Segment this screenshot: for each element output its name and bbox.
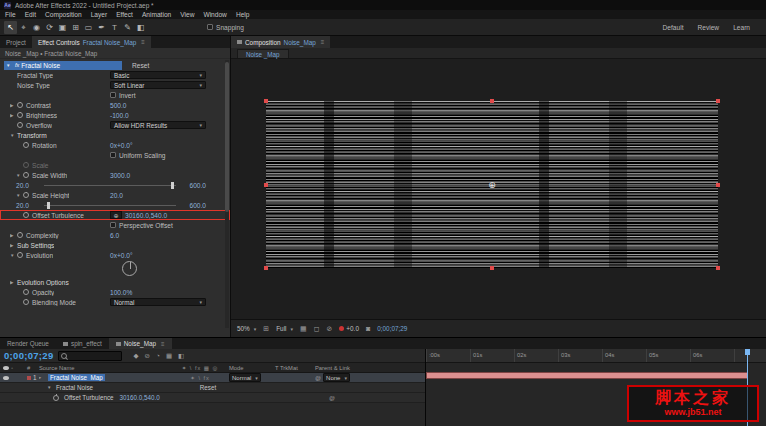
- region-of-interest-icon[interactable]: ◻: [314, 325, 320, 333]
- selection-handle[interactable]: [716, 183, 720, 187]
- property-value[interactable]: 3000.0: [110, 172, 130, 179]
- stopwatch-icon[interactable]: [23, 212, 29, 218]
- stopwatch-icon[interactable]: [23, 299, 29, 305]
- selection-handle[interactable]: [490, 99, 494, 103]
- menu-item-effect[interactable]: Effect: [116, 11, 133, 18]
- panel-menu-icon[interactable]: ≡: [161, 341, 165, 347]
- selection-handle[interactable]: [716, 99, 720, 103]
- pickwhip-icon[interactable]: @: [315, 375, 321, 381]
- viewer-tab-noise-map[interactable]: Noise _Map: [237, 49, 289, 58]
- hand-tool-icon[interactable]: ⌖: [17, 21, 30, 34]
- ec-row-noise-type[interactable]: Noise TypeSoft Linear▾: [0, 80, 230, 90]
- menu-item-composition[interactable]: Composition: [45, 11, 82, 18]
- twirl-down-icon[interactable]: ▼: [47, 385, 54, 390]
- rotate-tool-icon[interactable]: ⟳: [43, 21, 56, 34]
- twirl-icon[interactable]: ▸: [39, 375, 46, 380]
- ec-row-scale-width[interactable]: ▼Scale Width3000.0: [0, 170, 230, 180]
- stopwatch-icon[interactable]: [17, 102, 23, 108]
- stopwatch-icon[interactable]: [17, 112, 23, 118]
- ec-row-sub-settings[interactable]: ▶Sub Settings: [0, 240, 230, 250]
- composition-mini-flowchart-icon[interactable]: ◆: [133, 352, 138, 360]
- workspace-learn[interactable]: Learn: [733, 24, 750, 31]
- selected-effect-header[interactable]: ▼fxFractal Noise: [4, 61, 122, 70]
- twirl-icon[interactable]: ▼: [10, 133, 17, 138]
- checkbox-perspective-offset[interactable]: [110, 222, 116, 228]
- frame-blending-icon[interactable]: ▦: [166, 352, 172, 360]
- slider-track[interactable]: [44, 185, 176, 186]
- effect-controls-scrollbar[interactable]: [225, 60, 229, 328]
- selection-handle[interactable]: [490, 266, 494, 270]
- ec-row-contrast[interactable]: ▶Contrast500.0: [0, 100, 230, 110]
- selection-handle[interactable]: [716, 266, 720, 270]
- slider-handle[interactable]: [171, 182, 174, 189]
- exposure-control[interactable]: +0.0: [339, 325, 359, 332]
- menu-item-layer[interactable]: Layer: [91, 11, 108, 18]
- twirl-icon[interactable]: ▶: [10, 113, 17, 118]
- ec-row-evolution[interactable]: ▼Evolution0x+0.0°: [0, 250, 230, 260]
- scrollbar-thumb[interactable]: [225, 62, 229, 212]
- tab-effect-controls[interactable]: Effect Controls Fractal Noise_Map ≡: [32, 36, 151, 48]
- twirl-icon[interactable]: ▼: [16, 193, 23, 198]
- menu-item-edit[interactable]: Edit: [25, 11, 36, 18]
- motion-blur-icon[interactable]: ◧: [178, 352, 184, 360]
- ec-row-offset-turbulence[interactable]: Offset Turbulence⊕30160.0,540.0: [0, 210, 230, 220]
- panel-menu-icon[interactable]: ≡: [321, 39, 325, 45]
- resolution-select[interactable]: Full ▾: [276, 325, 293, 332]
- stopwatch-icon[interactable]: [23, 289, 29, 295]
- composition-frame[interactable]: ⊕: [266, 101, 718, 268]
- composition-viewer[interactable]: ⊕: [231, 59, 766, 319]
- ec-row-complexity[interactable]: ▶Complexity6.0: [0, 230, 230, 240]
- ec-row-uniform-scaling[interactable]: Uniform Scaling: [0, 150, 230, 160]
- stopwatch-icon[interactable]: [23, 142, 29, 148]
- ec-row-scale-height[interactable]: ▼Scale Height20.0: [0, 190, 230, 200]
- twirl-icon[interactable]: ▶: [10, 280, 17, 285]
- ec-row-rotation[interactable]: Rotation0x+0.0°: [0, 140, 230, 150]
- time-ruler[interactable]: :00s01s02s03s04s05s06s: [426, 349, 766, 363]
- clone-stamp-tool-icon[interactable]: ◧: [134, 21, 147, 34]
- slider-max-value[interactable]: 600.0: [180, 202, 206, 209]
- pan-behind-tool-icon[interactable]: ⊞: [69, 21, 82, 34]
- stopwatch-icon[interactable]: [17, 252, 23, 258]
- reset-button[interactable]: Reset: [132, 62, 149, 69]
- transparency-grid-icon[interactable]: ▦: [300, 325, 307, 333]
- stopwatch-icon[interactable]: [17, 232, 23, 238]
- column-mode[interactable]: Mode: [229, 365, 275, 371]
- ec-row-opacity[interactable]: Opacity100.0%: [0, 287, 230, 297]
- property-value[interactable]: 6.0: [110, 232, 119, 239]
- slider-track[interactable]: [44, 205, 176, 206]
- ec-row-brightness[interactable]: ▶Brightness-100.0: [0, 110, 230, 120]
- menu-item-view[interactable]: View: [180, 11, 194, 18]
- tab-project[interactable]: Project: [0, 36, 32, 48]
- layer-visibility-eye-icon[interactable]: [3, 376, 9, 380]
- reset-button[interactable]: Reset: [200, 384, 216, 391]
- selection-handle[interactable]: [264, 99, 268, 103]
- stopwatch-icon[interactable]: [23, 162, 29, 168]
- snapping-checkbox[interactable]: [207, 24, 213, 30]
- property-value[interactable]: -100.0: [110, 112, 129, 119]
- property-value[interactable]: 30160.0,540.0: [125, 212, 167, 219]
- dropdown-blending-mode[interactable]: Normal▾: [110, 298, 206, 306]
- property-row[interactable]: Offset Turbulence 30160.0,540.0 @: [0, 393, 425, 403]
- tab-noise-map[interactable]: Noise_Map ≡: [109, 338, 172, 349]
- layer-switches[interactable]: ✦ \ fx: [171, 375, 229, 381]
- cti-handle[interactable]: [745, 349, 750, 355]
- ec-row-evolution-options[interactable]: ▶Evolution Options: [0, 277, 230, 287]
- ec-row-perspective-offset[interactable]: Perspective Offset: [0, 220, 230, 230]
- ec-row-fractal-noise[interactable]: ▼fxFractal NoiseReset: [0, 60, 230, 70]
- tab-composition[interactable]: Composition Noise_Map ≡: [231, 36, 330, 48]
- grid-guides-icon[interactable]: ⊞: [263, 325, 269, 333]
- menu-item-help[interactable]: Help: [236, 11, 250, 18]
- twirl-icon[interactable]: ▶: [10, 243, 17, 248]
- pickwhip-icon[interactable]: @: [329, 395, 335, 401]
- checkbox-uniform-scaling[interactable]: [110, 152, 116, 158]
- layer-color-chip[interactable]: [27, 376, 31, 380]
- camera-tool-icon[interactable]: ▣: [56, 21, 69, 34]
- blend-mode-select[interactable]: Normal ▾: [229, 373, 261, 382]
- column-source-name[interactable]: Source Name: [39, 365, 171, 371]
- checkbox-invert[interactable]: [110, 92, 116, 98]
- property-value[interactable]: 100.0%: [110, 289, 132, 296]
- ec-row-transform[interactable]: ▼Transform: [0, 130, 230, 140]
- dropdown-overflow[interactable]: Allow HDR Results▾: [110, 121, 206, 129]
- column-trkmat[interactable]: T TrkMat: [275, 365, 315, 371]
- stopwatch-icon[interactable]: [23, 192, 29, 198]
